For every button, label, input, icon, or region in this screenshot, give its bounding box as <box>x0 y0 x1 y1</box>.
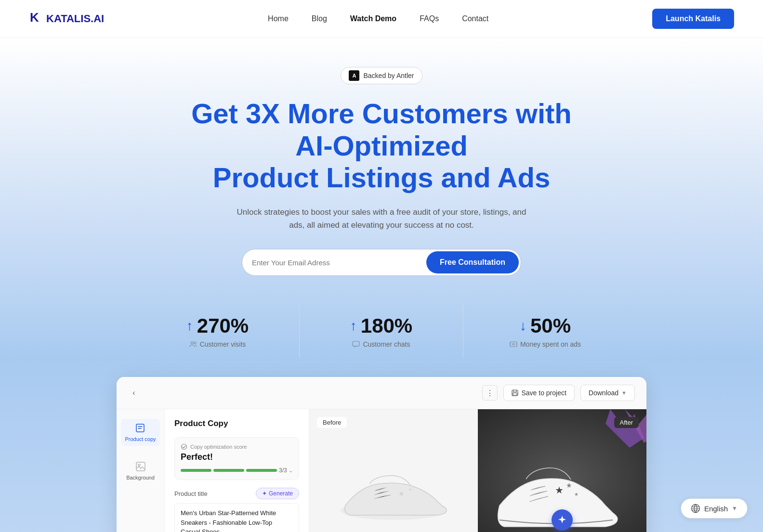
nav-links: Home Blog Watch Demo FAQs Contact <box>268 14 488 23</box>
nav-blog[interactable]: Blog <box>312 14 327 23</box>
progress-bar-1 <box>181 469 211 472</box>
demo-topbar-left: ‹ <box>128 387 140 399</box>
svg-rect-3 <box>353 341 359 346</box>
svg-point-5 <box>513 343 514 345</box>
svg-text:★: ★ <box>398 490 405 497</box>
save-icon <box>512 389 518 396</box>
product-copy-icon <box>135 423 145 433</box>
score-value: Perfect! <box>181 452 293 462</box>
demo-sidebar: Product copy Background <box>117 409 165 532</box>
demo-section: ‹ ⋮ Save to project Download ▼ <box>0 358 763 532</box>
hero-title-line1: Get 3X More Customers with AI-Optimized <box>191 98 572 161</box>
money-icon <box>510 340 517 348</box>
email-form: Free Consultation <box>242 249 521 276</box>
field-section: Product title ✦ Generate Men's Urban Sta… <box>174 488 299 532</box>
after-label: After <box>614 417 639 428</box>
generate-icon: ✦ <box>262 490 267 497</box>
before-side: Before ★ ★ <box>309 409 478 532</box>
score-icon <box>181 443 187 450</box>
progress-bar-3 <box>246 469 277 472</box>
stat-label-1: Customer visits <box>155 340 280 348</box>
svg-rect-4 <box>510 342 517 347</box>
nav-faqs[interactable]: FAQs <box>420 14 439 23</box>
back-button[interactable]: ‹ <box>128 387 140 399</box>
svg-text:★: ★ <box>574 492 579 497</box>
chat-icon <box>352 340 360 348</box>
svg-text:★: ★ <box>566 481 572 489</box>
launch-button[interactable]: Launch Katalis <box>652 9 734 29</box>
sidebar-item-product-copy[interactable]: Product copy <box>121 419 159 446</box>
free-consultation-button[interactable]: Free Consultation <box>426 251 519 273</box>
antler-badge: A Backed by Antler <box>341 67 422 84</box>
svg-text:★: ★ <box>555 485 564 495</box>
hero-section: A Backed by Antler Get 3X More Customers… <box>0 38 763 358</box>
stat-customer-chats: ↑ 180% Customer chats <box>300 305 463 358</box>
language-label: English <box>704 505 728 513</box>
stat-customer-visits: ↑ 270% Customer visits <box>136 305 300 358</box>
svg-text:★: ★ <box>408 487 412 492</box>
demo-card: ‹ ⋮ Save to project Download ▼ <box>117 377 646 532</box>
svg-rect-7 <box>513 393 517 395</box>
stat-number-2: ↑ 180% <box>319 314 444 337</box>
logo-text: KATALIS.AI <box>46 13 104 25</box>
score-card: Copy optimization score Perfect! 3/3 ⌄ <box>174 437 299 480</box>
stat-number-3: ↓ 50% <box>483 314 608 337</box>
nav-contact[interactable]: Contact <box>462 14 488 23</box>
demo-topbar-right: ⋮ Save to project Download ▼ <box>482 385 635 401</box>
navbar: K KATALIS.AI Home Blog Watch Demo FAQs C… <box>0 0 763 38</box>
users-icon <box>189 340 197 348</box>
svg-text:K: K <box>30 10 39 25</box>
language-selector-button[interactable]: English ▼ <box>681 498 748 519</box>
product-copy-title: Product Copy <box>174 419 299 428</box>
hero-subtitle: Unlock strategies to boost your sales wi… <box>232 206 531 232</box>
arrow-up-icon-2: ↑ <box>350 318 357 334</box>
before-label: Before <box>317 417 347 428</box>
logo[interactable]: K KATALIS.AI <box>29 10 104 28</box>
image-panel: Before ★ ★ <box>309 409 646 532</box>
before-shoe-image: ★ ★ <box>331 457 456 532</box>
before-after-container: Before ★ ★ <box>309 409 646 532</box>
stat-label-2: Customer chats <box>319 340 444 348</box>
score-label: Copy optimization score <box>181 443 293 450</box>
nav-watch-demo[interactable]: Watch Demo <box>350 14 396 23</box>
expand-icon: ⌄ <box>289 467 293 473</box>
download-button[interactable]: Download ▼ <box>580 385 635 401</box>
after-side: After <box>478 409 646 532</box>
arrow-down-icon: ↓ <box>520 318 526 334</box>
svg-point-10 <box>182 444 187 450</box>
stat-label-3: Money spent on ads <box>483 340 608 348</box>
demo-body: Product copy Background Product Copy <box>117 409 646 532</box>
svg-point-2 <box>194 342 196 344</box>
stat-number-1: ↑ 270% <box>155 314 280 337</box>
save-to-project-button[interactable]: Save to project <box>503 385 574 401</box>
logo-icon: K <box>29 10 43 28</box>
arrow-up-icon-1: ↑ <box>186 318 193 334</box>
background-icon <box>135 461 146 472</box>
field-label: Product title <box>174 490 208 497</box>
generate-button[interactable]: ✦ Generate <box>256 488 299 499</box>
sparkle-icon <box>557 515 567 525</box>
antler-icon: A <box>349 70 359 81</box>
stats-section: ↑ 270% Customer visits ↑ 180% <box>19 305 744 358</box>
product-copy-panel: Product Copy Copy optimization score Per… <box>165 409 309 532</box>
chevron-down-icon: ▼ <box>621 390 627 396</box>
svg-point-9 <box>138 464 140 466</box>
chevron-down-icon: ▼ <box>732 505 737 512</box>
product-title-field[interactable]: Men's Urban Star-Patterned White Sneaker… <box>174 503 299 532</box>
ai-enhancement-icon <box>552 509 573 531</box>
progress-bars: 3/3 ⌄ <box>181 467 293 474</box>
stat-money-ads: ↓ 50% Money spent on ads <box>463 305 627 358</box>
svg-point-1 <box>191 342 193 344</box>
globe-icon <box>691 504 700 513</box>
email-input[interactable] <box>252 259 426 267</box>
antler-text: Backed by Antler <box>363 72 414 79</box>
nav-home[interactable]: Home <box>268 14 289 23</box>
progress-count[interactable]: 3/3 ⌄ <box>279 467 293 474</box>
svg-rect-8 <box>136 462 145 471</box>
field-header: Product title ✦ Generate <box>174 488 299 499</box>
hero-title: Get 3X More Customers with AI-Optimized … <box>174 98 589 194</box>
demo-topbar: ‹ ⋮ Save to project Download ▼ <box>117 377 646 409</box>
hero-title-line2: Product Listings and Ads <box>213 162 550 193</box>
more-options-button[interactable]: ⋮ <box>482 385 498 401</box>
sidebar-item-background[interactable]: Background <box>122 457 158 484</box>
